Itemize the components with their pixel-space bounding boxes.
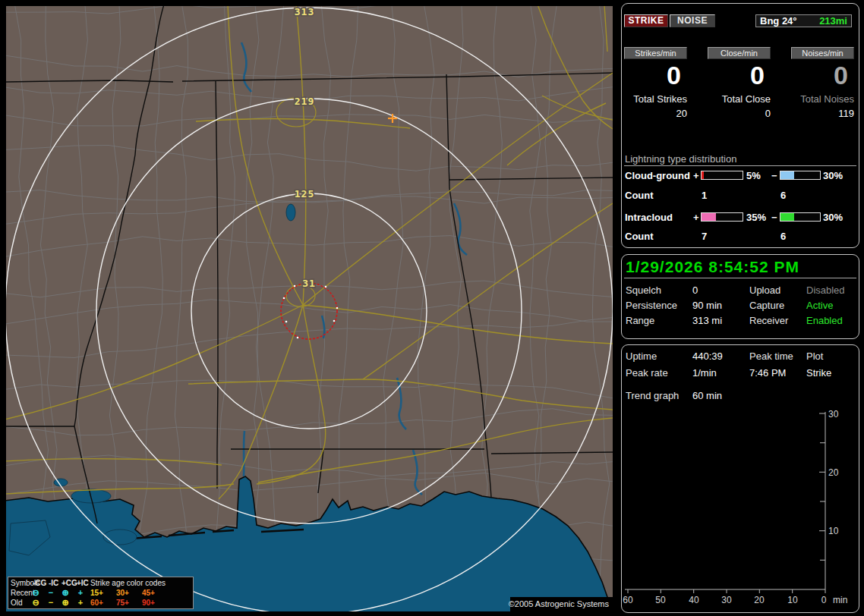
noises-per-min-button[interactable]: Noises/min xyxy=(791,47,854,59)
x-tick-20: 20 xyxy=(754,595,765,605)
status-panel: Uptime 440:39 Peak time Plot Peak rate 1… xyxy=(621,344,859,613)
settings-row: Squelch 0 Upload Disabled xyxy=(622,284,859,297)
svg-text:©2005 Astrogenic Systems: ©2005 Astrogenic Systems xyxy=(509,599,610,608)
bearing-value: 213mi xyxy=(819,15,847,27)
neg-ic-recent-icon: − xyxy=(46,588,56,597)
cloud-ground-row: Cloud-ground + 5% − 30% xyxy=(622,170,859,181)
cg-minus-bar xyxy=(780,171,821,180)
close-per-min-button[interactable]: Close/min xyxy=(708,47,771,59)
legend-age-title: Strike age color codes xyxy=(90,579,166,588)
cloud-ground-label: Cloud-ground xyxy=(625,170,690,181)
strike-mode-button[interactable]: STRIKE xyxy=(624,14,668,27)
range-value: 313 mi xyxy=(692,315,722,326)
minus-sign: − xyxy=(771,212,777,223)
strikes-counter: Strikes/min 0 Total Strikes 20 xyxy=(624,47,687,119)
status-row: Trend graph 60 min xyxy=(622,390,859,402)
peak-rate-label: Peak rate xyxy=(626,367,668,379)
trend-window-value: 60 min xyxy=(692,390,722,401)
intracloud-row: Intracloud + 35% − 30% xyxy=(622,212,859,223)
cg-plus-bar xyxy=(701,171,743,180)
trend-graph: 30 20 10 60 50 40 30 20 10 0 min xyxy=(622,409,859,611)
neg-cg-old-icon: ⊖ xyxy=(30,598,41,607)
strikes-per-min-button[interactable]: Strikes/min xyxy=(624,47,687,59)
plus-sign: + xyxy=(693,170,699,181)
upload-label: Upload xyxy=(749,284,780,296)
noises-counter: Noises/min 0 Total Noises 119 xyxy=(791,47,854,119)
total-noises-label: Total Noises xyxy=(791,93,854,105)
clock-display: 1/29/2026 8:54:52 PM xyxy=(626,258,799,276)
plot-label: Plot xyxy=(806,350,823,362)
x-tick-40: 40 xyxy=(689,595,699,605)
total-strikes-value: 20 xyxy=(624,108,687,119)
capture-status: Active xyxy=(806,300,833,311)
x-tick-0: 0 xyxy=(821,595,827,605)
range-label: Range xyxy=(626,315,654,326)
cg-plus-pct: 5% xyxy=(746,170,761,181)
pos-cg-recent-icon: ⊕ xyxy=(60,588,71,597)
age-60: 60+ xyxy=(90,599,103,608)
total-close-value: 0 xyxy=(708,108,771,119)
receiver-status: Enabled xyxy=(806,315,843,326)
receiver-label: Receiver xyxy=(749,315,788,326)
map-canvas: 313 219 125 31 ©2005 Astrogenic Systems xyxy=(6,6,613,611)
distribution-title: Lightning type distribution xyxy=(625,153,736,165)
settings-panel: 1/29/2026 8:54:52 PM Squelch 0 Upload Di… xyxy=(621,254,859,339)
squelch-value: 0 xyxy=(692,284,698,296)
sidebar: STRIKE NOISE Bng 24° 213mi Strikes/min 0… xyxy=(621,3,859,613)
x-tick-30: 30 xyxy=(721,595,732,605)
settings-row: Range 313 mi Receiver Enabled xyxy=(622,315,859,327)
cg-minus-count: 6 xyxy=(780,190,786,201)
pos-cg-old-icon: ⊕ xyxy=(60,598,71,607)
ic-plus-count: 7 xyxy=(702,231,707,242)
minus-sign: − xyxy=(771,170,777,181)
close-rate-value: 0 xyxy=(708,62,771,88)
total-strikes-label: Total Strikes xyxy=(624,93,687,105)
pos-ic-recent-icon: + xyxy=(75,588,86,597)
peak-time-value: 7:46 PM xyxy=(749,367,786,379)
total-close-label: Total Close xyxy=(708,93,771,105)
map-copyright: ©2005 Astrogenic Systems xyxy=(509,597,613,611)
divider xyxy=(624,278,856,278)
noises-rate-value: 0 xyxy=(791,62,854,88)
legend-col-pos-cg: +CG xyxy=(61,579,77,588)
status-row: Peak rate 1/min 7:46 PM Strike xyxy=(622,367,859,379)
uptime-label: Uptime xyxy=(626,350,657,362)
cloud-ground-count-row: Count 1 6 xyxy=(622,190,859,201)
upload-status: Disabled xyxy=(806,284,845,296)
app-window: 313 219 125 31 ©2005 Astrogenic Systems … xyxy=(0,0,864,616)
neg-cg-recent-icon: ⊖ xyxy=(30,588,41,597)
plot-mode-value: Strike xyxy=(806,367,831,379)
ring-label-313: 313 xyxy=(295,6,314,17)
count-label: Count xyxy=(625,190,654,201)
ring-label-219: 219 xyxy=(295,96,314,107)
noise-mode-button[interactable]: NOISE xyxy=(670,14,715,27)
peak-rate-value: 1/min xyxy=(692,367,717,379)
plus-sign: + xyxy=(693,212,699,223)
close-counter: Close/min 0 Total Close 0 xyxy=(708,47,771,119)
intracloud-count-row: Count 7 6 xyxy=(622,231,859,242)
settings-row: Persistence 90 min Capture Active xyxy=(622,300,859,312)
legend-col-pos-ic: +IC xyxy=(77,579,89,588)
persistence-value: 90 min xyxy=(692,300,722,311)
age-45: 45+ xyxy=(142,589,155,598)
legend-col-neg-cg: -CG xyxy=(33,579,46,588)
age-90: 90+ xyxy=(142,599,155,608)
age-75: 75+ xyxy=(116,599,129,608)
x-tick-60: 60 xyxy=(623,595,633,605)
persistence-label: Persistence xyxy=(626,300,677,311)
map-display[interactable]: 313 219 125 31 ©2005 Astrogenic Systems … xyxy=(6,6,613,611)
ring-label-31: 31 xyxy=(302,278,316,289)
age-15: 15+ xyxy=(90,589,103,598)
ic-minus-count: 6 xyxy=(780,231,786,242)
strikes-rate-value: 0 xyxy=(624,62,687,88)
y-tick-10: 10 xyxy=(828,526,839,536)
bearing-display: Bng 24° 213mi xyxy=(755,14,852,27)
count-label: Count xyxy=(625,231,654,242)
intracloud-label: Intracloud xyxy=(625,212,673,223)
ic-minus-pct: 30% xyxy=(823,212,843,223)
ic-plus-pct: 35% xyxy=(746,212,766,223)
cg-plus-count: 1 xyxy=(702,190,707,201)
ic-plus-bar xyxy=(701,212,743,222)
y-tick-30: 30 xyxy=(828,409,839,420)
legend-old-label: Old xyxy=(11,599,23,608)
